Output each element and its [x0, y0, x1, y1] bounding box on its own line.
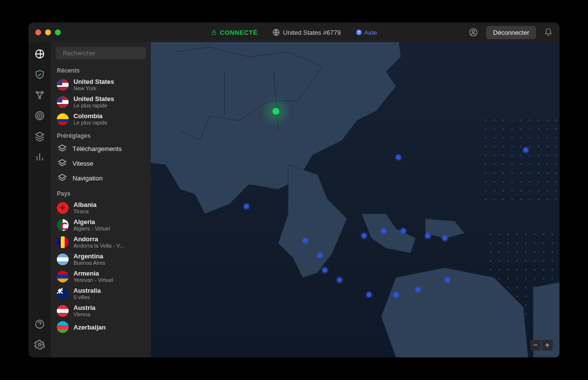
svg-point-12: [39, 115, 40, 116]
close-icon[interactable]: [35, 29, 41, 35]
lock-icon: [211, 29, 217, 35]
nav-layers-icon[interactable]: [34, 130, 46, 142]
map-view[interactable]: − +: [151, 42, 560, 357]
server-title: United States: [74, 95, 114, 102]
server-subtitle: 5 villes: [74, 294, 101, 300]
flag-icon: [57, 288, 69, 300]
preset-title: Téléchargements: [73, 145, 122, 152]
server-dot[interactable]: [244, 204, 249, 209]
server-dot[interactable]: [393, 292, 398, 297]
help-link[interactable]: ? Aide: [355, 29, 377, 36]
server-title: Austria: [74, 304, 96, 311]
server-dot[interactable]: [445, 278, 450, 282]
layers-icon: [57, 143, 68, 154]
server-list[interactable]: Récents United StatesNew YorkUnited Stat…: [51, 62, 151, 357]
decor-dots: [486, 230, 560, 318]
zoom-out-button[interactable]: −: [530, 340, 541, 351]
bell-icon[interactable]: [544, 28, 553, 37]
nav-globe-icon[interactable]: [34, 48, 46, 60]
server-item[interactable]: AustriaVienna: [54, 302, 149, 319]
nav-rail: [28, 42, 51, 357]
disconnect-button[interactable]: Déconnecter: [486, 26, 536, 39]
preset-item[interactable]: Téléchargements: [54, 141, 149, 156]
server-item[interactable]: ArgentinaBuenos Aires: [54, 251, 149, 268]
flag-icon: [57, 271, 69, 282]
server-dot[interactable]: [303, 238, 308, 243]
zoom-in-button[interactable]: +: [542, 340, 553, 351]
server-dot[interactable]: [367, 292, 371, 297]
server-dot[interactable]: [337, 278, 342, 282]
flag-icon: [57, 79, 69, 91]
server-item[interactable]: ColombiaLe plus rapide: [54, 110, 149, 127]
server-item[interactable]: United StatesNew York: [54, 76, 149, 93]
server-text: United States #6779: [283, 29, 341, 36]
flag-icon: [57, 202, 69, 214]
server-title: Argentina: [74, 253, 105, 260]
server-dot[interactable]: [381, 228, 386, 233]
svg-point-5: [472, 30, 475, 33]
zoom-controls: − +: [530, 340, 553, 351]
connection-status: CONNECTÉ: [211, 29, 258, 36]
minimize-icon[interactable]: [45, 29, 51, 35]
svg-rect-0: [212, 32, 216, 35]
nav-target-icon[interactable]: [34, 110, 46, 122]
nav-shield-icon[interactable]: [34, 69, 46, 80]
svg-text:?: ?: [358, 30, 360, 35]
section-presets: Préréglages: [54, 127, 149, 141]
preset-item[interactable]: Navigation: [54, 171, 149, 185]
main-body: Récents United StatesNew YorkUnited Stat…: [28, 42, 560, 357]
server-title: Algeria: [74, 218, 110, 226]
server-dot[interactable]: [416, 287, 420, 292]
flag-icon: [57, 96, 69, 108]
nav-support-icon[interactable]: [34, 318, 46, 330]
server-item[interactable]: Azerbaijan: [54, 319, 149, 335]
server-indicator[interactable]: United States #6779: [272, 28, 341, 36]
server-subtitle: New York: [74, 85, 114, 91]
titlebar: CONNECTÉ United States #6779 ? Aide Déco…: [28, 23, 560, 42]
globe-icon: [272, 28, 280, 36]
server-item[interactable]: AndorraAndorra la Vella - V...: [54, 233, 149, 251]
server-dot[interactable]: [523, 148, 528, 152]
nav-mesh-icon[interactable]: [34, 89, 46, 101]
server-item[interactable]: Australia5 villes: [54, 285, 149, 302]
server-title: Colombia: [74, 112, 107, 120]
nav-stats-icon[interactable]: [34, 151, 46, 163]
flag-icon: [57, 253, 69, 265]
profile-icon[interactable]: [468, 27, 478, 37]
section-recents: Récents: [54, 62, 149, 76]
server-dot[interactable]: [442, 236, 447, 241]
server-dot[interactable]: [362, 233, 367, 238]
nav-settings-icon[interactable]: [34, 339, 46, 351]
help-text: Aide: [364, 29, 377, 36]
section-countries: Pays: [54, 185, 149, 199]
connected-marker[interactable]: [272, 108, 279, 115]
server-dot[interactable]: [401, 228, 406, 233]
svg-point-14: [38, 343, 41, 346]
server-dot[interactable]: [322, 268, 327, 273]
server-item[interactable]: United StatesLe plus rapide: [54, 93, 149, 110]
server-subtitle: Le plus rapide: [74, 102, 114, 108]
server-item[interactable]: ArmeniaYerevan - Virtuel: [54, 268, 149, 285]
fullscreen-icon[interactable]: [55, 29, 61, 35]
flag-icon: [57, 219, 69, 231]
preset-title: Navigation: [73, 175, 102, 182]
server-subtitle: Tirana: [74, 208, 97, 214]
server-item[interactable]: AlgeriaAlgiers - Virtuel: [54, 216, 149, 233]
search-input[interactable]: [63, 50, 145, 57]
server-subtitle: Le plus rapide: [74, 120, 107, 126]
help-icon: ?: [355, 29, 362, 36]
server-title: Albania: [74, 201, 97, 208]
titlebar-center: CONNECTÉ United States #6779 ? Aide: [211, 28, 377, 36]
server-subtitle: Vienna: [74, 311, 96, 317]
app-window: CONNECTÉ United States #6779 ? Aide Déco…: [28, 23, 560, 357]
flag-icon: [57, 113, 69, 125]
server-item[interactable]: AlbaniaTirana: [54, 199, 149, 216]
server-title: Andorra: [74, 235, 124, 243]
flag-icon: [57, 305, 69, 317]
search-box[interactable]: [56, 47, 146, 59]
server-dot[interactable]: [318, 253, 322, 258]
server-dot[interactable]: [396, 155, 401, 160]
preset-item[interactable]: Vitesse: [54, 156, 149, 171]
server-dot[interactable]: [425, 233, 430, 238]
status-text: CONNECTÉ: [220, 29, 258, 36]
